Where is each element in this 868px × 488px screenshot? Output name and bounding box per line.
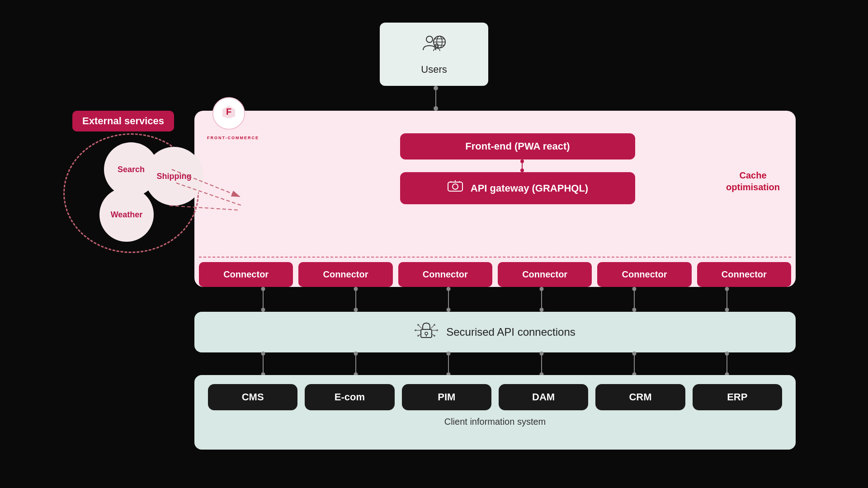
secure-label: Securised API connections	[446, 326, 576, 338]
svg-point-25	[417, 324, 419, 326]
vline2-2	[312, 352, 399, 375]
connector-5: Connector	[597, 262, 691, 287]
connector-3: Connector	[398, 262, 492, 287]
client-row: CMS E-com PIM DAM CRM ERP	[208, 384, 782, 410]
connector-row: Connector Connector Connector Connector …	[194, 262, 796, 287]
connector-4: Connector	[498, 262, 592, 287]
users-to-panel-connector	[434, 86, 461, 113]
cache-label: Cache optimisation	[726, 169, 780, 193]
connectors-vlines	[194, 287, 796, 312]
dashed-separator	[199, 257, 791, 258]
client-footer: Client information system	[444, 417, 546, 427]
vline-4	[498, 287, 585, 312]
secure-panel: Securised API connections	[194, 312, 796, 352]
users-icon	[420, 33, 448, 60]
vline-3	[405, 287, 492, 312]
svg-point-21	[415, 329, 416, 331]
client-crm: CRM	[595, 384, 685, 410]
users-label: Users	[421, 64, 447, 75]
vline-6	[684, 287, 771, 312]
connector-6: Connector	[697, 262, 791, 287]
client-panel: CMS E-com PIM DAM CRM ERP Client informa…	[194, 375, 796, 450]
connector-1: Connector	[199, 262, 293, 287]
svg-point-12	[453, 184, 458, 189]
svg-point-22	[436, 329, 438, 331]
svg-point-30	[434, 335, 435, 337]
svg-point-17	[425, 332, 428, 335]
weather-bubble: Weather	[99, 188, 154, 242]
svg-point-9	[434, 106, 438, 111]
vline-2	[312, 287, 399, 312]
client-dam: DAM	[499, 384, 588, 410]
frontend-box: Front-end (PWA react)	[400, 133, 635, 160]
api-gateway-box: API gateway (GRAPHQL)	[400, 172, 635, 204]
ext-services-label: External services	[72, 111, 174, 131]
client-ecom: E-com	[305, 384, 394, 410]
client-cms: CMS	[208, 384, 297, 410]
lock-icon	[415, 319, 438, 346]
fc-logo-icon: F	[221, 104, 237, 123]
inner-connector	[522, 160, 523, 172]
vline2-1	[219, 352, 307, 375]
client-pim: PIM	[402, 384, 491, 410]
shipping-bubble: Shipping	[145, 147, 203, 206]
vline2-3	[405, 352, 492, 375]
svg-point-29	[417, 335, 419, 337]
svg-point-0	[426, 36, 433, 42]
main-panel: F FRONT-COMMERCE Front-end (PWA react)	[194, 111, 796, 287]
connectors-vlines2	[194, 352, 796, 375]
vline2-5	[590, 352, 678, 375]
fc-logo: F	[212, 97, 245, 130]
vline2-4	[498, 352, 585, 375]
vline-1	[219, 287, 307, 312]
connector-2: Connector	[298, 262, 392, 287]
svg-point-26	[434, 324, 435, 326]
diagram-wrapper: Users F FRONT-COMMERCE Front-end (PWA re…	[72, 23, 796, 465]
api-label: API gateway (GRAPHQL)	[471, 183, 588, 194]
external-services: External services Search Shipping Weathe…	[72, 111, 203, 255]
client-erp: ERP	[693, 384, 782, 410]
frontend-label: Front-end (PWA react)	[465, 141, 570, 152]
vline2-6	[684, 352, 771, 375]
fc-brand-label: FRONT-COMMERCE	[207, 136, 259, 140]
vline-5	[590, 287, 678, 312]
api-icon	[447, 179, 463, 197]
users-box: Users	[380, 23, 488, 86]
svg-text:F: F	[226, 107, 231, 117]
